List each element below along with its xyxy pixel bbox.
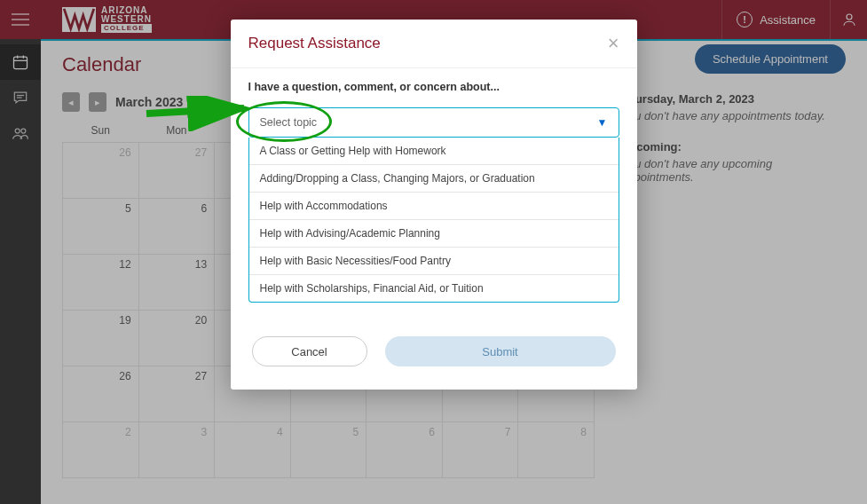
topic-select-placeholder: Select topic bbox=[260, 116, 318, 129]
modal-title: Request Assistance bbox=[248, 35, 381, 52]
topic-select[interactable]: Select topic ▼ bbox=[248, 107, 619, 138]
chevron-down-icon: ▼ bbox=[597, 116, 608, 129]
topic-option[interactable]: Help with Advising/Academic Planning bbox=[249, 219, 619, 247]
modal-prompt: I have a question, comment, or concern a… bbox=[248, 81, 619, 93]
topic-option[interactable]: Help with Scholarships, Financial Aid, o… bbox=[249, 274, 619, 302]
topic-option[interactable]: Help with Basic Necessities/Food Pantry bbox=[249, 247, 619, 274]
cancel-button[interactable]: Cancel bbox=[252, 336, 367, 366]
topic-option[interactable]: Adding/Dropping a Class, Changing Majors… bbox=[249, 164, 619, 192]
topic-option[interactable]: Help with Accommodations bbox=[249, 192, 619, 219]
topic-dropdown: A Class or Getting Help with HomeworkAdd… bbox=[248, 138, 619, 303]
submit-button[interactable]: Submit bbox=[385, 336, 616, 366]
topic-option[interactable]: A Class or Getting Help with Homework bbox=[249, 138, 619, 164]
modal-close-button[interactable]: × bbox=[608, 32, 619, 55]
request-assistance-modal: Request Assistance × I have a question, … bbox=[231, 20, 637, 390]
